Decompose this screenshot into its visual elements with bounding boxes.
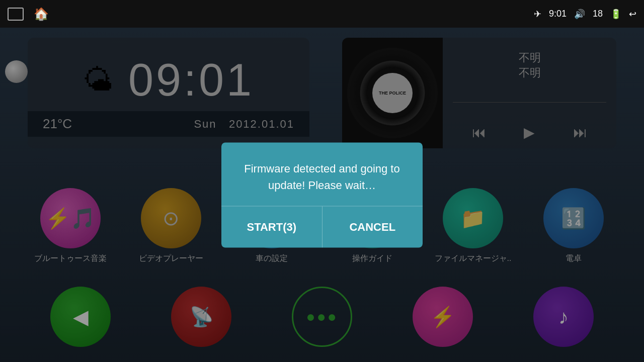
status-right: ✈ 9:01 🔊 18 🔋 ↩ [534,9,636,20]
dialog-message: Firmware detected and going to update! P… [221,142,423,206]
dialog-buttons: START(3) CANCEL [221,206,423,247]
main-area: 🌤 09:01 21°C Sun 2012.01.01 THE POLICE 不… [0,28,644,362]
battery-level: 18 [593,9,603,19]
airplane-icon: ✈ [534,9,541,20]
home-icon: 🏠 [34,7,49,21]
status-left: 🏠 [8,7,49,21]
window-icon [8,8,24,21]
cancel-button[interactable]: CANCEL [323,206,423,247]
start-button[interactable]: START(3) [221,206,323,247]
battery-icon: 🔋 [610,9,621,20]
clock-status: 9:01 [549,9,567,19]
firmware-dialog: Firmware detected and going to update! P… [221,142,423,247]
volume-icon: 🔊 [574,9,585,20]
status-bar: 🏠 ✈ 9:01 🔊 18 🔋 ↩ [0,0,644,28]
back-icon[interactable]: ↩ [629,9,636,20]
